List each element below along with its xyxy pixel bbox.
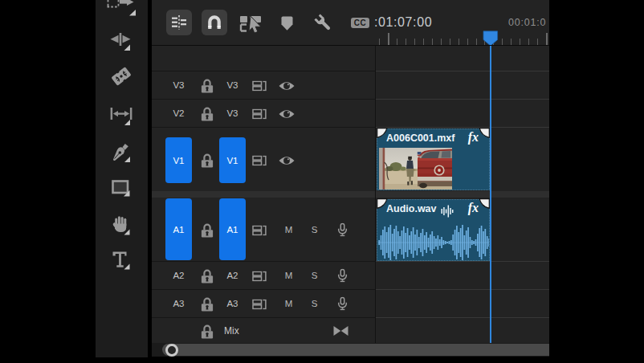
audio-clip-label: Audio.wav	[386, 203, 437, 214]
fx-badge: fx	[468, 201, 479, 215]
lock-icon[interactable]	[201, 222, 214, 238]
magnet-icon	[206, 14, 223, 31]
track-name-a3[interactable]: A3	[219, 299, 246, 308]
ruler-minor-tick	[476, 39, 477, 45]
sync-lock-icon[interactable]	[252, 154, 267, 165]
lock-icon[interactable]	[201, 77, 214, 93]
lock-icon[interactable]	[201, 152, 214, 168]
source-assign-a3[interactable]: A3	[165, 299, 192, 308]
ruler-minor-tick	[459, 39, 459, 45]
playhead-line[interactable]	[490, 46, 491, 343]
playhead-timecode[interactable]: :01:07:00	[374, 15, 432, 30]
source-assign-a1[interactable]: A1	[165, 198, 192, 260]
track-name-v3[interactable]: V3	[219, 80, 246, 90]
audio-clip[interactable]: Audio.wav fx	[377, 199, 490, 261]
ruler-major-tick	[388, 33, 389, 45]
timeline-settings-button[interactable]	[312, 13, 334, 33]
lock-icon[interactable]	[201, 323, 214, 339]
ruler-minor-tick	[441, 39, 442, 45]
pen-tool-icon[interactable]	[111, 142, 132, 163]
scrollbar-strip	[152, 343, 549, 357]
ruler-minor-tick	[450, 39, 450, 45]
video-clip-thumbnail	[379, 148, 452, 190]
track-output-eye-icon[interactable]	[279, 154, 295, 165]
lock-icon[interactable]	[201, 267, 214, 283]
ruler-minor-tick	[502, 39, 503, 45]
solo-button[interactable]: S	[308, 225, 320, 235]
add-marker-button[interactable]	[280, 15, 294, 31]
playhead-head[interactable]	[483, 31, 499, 47]
linked-selection-button[interactable]	[238, 13, 263, 33]
wrench-icon	[313, 13, 334, 34]
solo-button[interactable]: S	[308, 271, 320, 280]
voiceover-mic-icon[interactable]	[337, 269, 348, 283]
sync-lock-icon[interactable]	[252, 80, 267, 91]
lock-icon[interactable]	[201, 105, 214, 121]
source-assign-v1[interactable]: V1	[165, 137, 192, 183]
scrollbar-zoom-handle[interactable]	[165, 344, 178, 357]
sync-lock-icon[interactable]	[252, 271, 267, 281]
source-assign-a2[interactable]: A2	[165, 271, 192, 280]
fx-badge: fx	[468, 130, 479, 145]
razor-tool-icon[interactable]	[110, 66, 132, 87]
track-output-eye-icon[interactable]	[279, 108, 295, 119]
voiceover-mic-icon[interactable]	[337, 222, 348, 236]
lock-icon[interactable]	[201, 296, 214, 312]
ruler-minor-tick	[406, 39, 406, 45]
track-select-forward-tool-icon[interactable]	[106, 0, 138, 16]
source-assign-v2[interactable]: V2	[165, 108, 192, 118]
ruler-minor-tick	[528, 39, 529, 45]
sync-lock-icon[interactable]	[252, 299, 267, 309]
track-name-v2[interactable]: V3	[219, 108, 246, 118]
type-tool-icon[interactable]	[112, 251, 131, 270]
audio-waveform-badge-icon	[441, 205, 454, 218]
hand-tool-icon[interactable]	[111, 215, 132, 235]
slip-tool-icon[interactable]	[109, 107, 133, 126]
voiceover-mic-icon[interactable]	[337, 297, 348, 311]
track-name-a1[interactable]: A1	[219, 198, 246, 260]
solo-button[interactable]: S	[308, 299, 320, 308]
ruler-minor-tick	[414, 39, 415, 45]
captions-badge[interactable]: CC	[351, 18, 369, 28]
nest-toggle-button[interactable]	[166, 10, 192, 35]
timeline-toolbar: CC :01:07:00 00:01:0	[152, 0, 549, 45]
linked-selection-icon	[239, 14, 262, 33]
marker-icon	[280, 15, 294, 31]
track-name-mix[interactable]: Mix	[224, 325, 239, 336]
media-limit-corner-left	[377, 128, 388, 138]
ruler-minor-tick	[423, 39, 424, 45]
ripple-edit-tool-icon[interactable]	[109, 32, 133, 51]
rectangle-tool-icon[interactable]	[112, 180, 131, 197]
video-clip[interactable]: A006C001.mxf fx	[377, 128, 490, 190]
nest-icon	[170, 14, 188, 31]
ruler-minor-tick	[397, 39, 397, 45]
track-name-v1[interactable]: V1	[219, 137, 246, 183]
timeline-panel: CC :01:07:00 00:01:0 V3 V3	[152, 0, 549, 357]
ruler-minor-tick	[379, 39, 380, 45]
mute-button[interactable]: M	[283, 271, 295, 280]
ruler-minor-tick	[537, 39, 538, 45]
mute-button[interactable]: M	[283, 225, 295, 235]
ruler-minor-tick	[511, 39, 512, 45]
media-limit-corner-right	[479, 198, 490, 209]
header-content-divider	[375, 46, 376, 343]
media-limit-corner-left	[377, 198, 388, 209]
premiere-timeline-screenshot: { "tools_panel": { "tools": [ {"name": "…	[0, 0, 644, 363]
source-assign-v3[interactable]: V3	[165, 80, 192, 90]
ruler-minor-tick	[432, 39, 433, 45]
sync-lock-icon[interactable]	[252, 108, 267, 119]
horizontal-scrollbar[interactable]	[162, 344, 549, 356]
mute-button[interactable]: M	[283, 299, 295, 308]
keyframes-bowtie-icon[interactable]	[332, 325, 349, 336]
media-limit-corner-right	[479, 128, 490, 138]
track-name-a2[interactable]: A2	[219, 271, 246, 280]
ruler-minor-tick	[467, 39, 468, 45]
ruler-minor-tick	[520, 39, 520, 45]
ruler-major-tick	[546, 33, 548, 45]
ruler-time-label: 00:01:0	[508, 17, 546, 28]
audio-waveform	[378, 223, 489, 260]
sync-lock-icon[interactable]	[252, 224, 267, 235]
snap-toggle-button[interactable]	[202, 10, 227, 35]
track-output-eye-icon[interactable]	[279, 80, 295, 91]
video-clip-label: A006C001.mxf	[386, 133, 454, 144]
